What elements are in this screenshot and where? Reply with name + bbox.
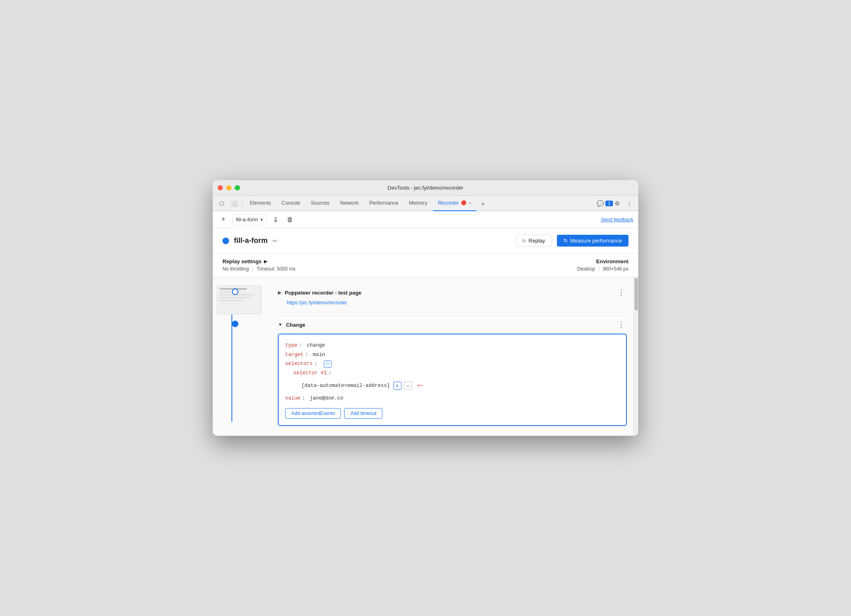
- tab-performance[interactable]: Performance: [364, 196, 404, 211]
- step-navigate-header: ▶ Puppeteer recorder - test page ⋮: [278, 287, 627, 298]
- scrollbar-thumb[interactable]: [635, 278, 638, 310]
- maximize-button[interactable]: [235, 185, 240, 190]
- code-line-target: target : main: [285, 350, 620, 360]
- thumbnail-area: [213, 282, 278, 430]
- red-arrow-indicator: ←: [418, 378, 423, 394]
- settings-detail: No throttling | Timeout: 5000 ms: [223, 266, 295, 272]
- main-content: fill-a-form ✏ ▷ Replay ↻ Measure perform…: [213, 228, 638, 435]
- export-button[interactable]: ⇓: [270, 214, 281, 225]
- selector-picker-icon[interactable]: ⬡: [324, 360, 332, 368]
- devtools-more-icon[interactable]: ⋮: [624, 198, 635, 209]
- step-navigate-more-button[interactable]: ⋮: [615, 287, 627, 298]
- recording-header: fill-a-form ✏ ▷ Replay ↻ Measure perform…: [213, 228, 638, 253]
- step-navigate: ▶ Puppeteer recorder - test page ⋮ https…: [278, 282, 627, 310]
- inspect-icon[interactable]: ⬡: [216, 198, 227, 209]
- step-change: ▼ Change ⋮ type : change: [278, 314, 627, 430]
- replay-button[interactable]: ▷ Replay: [516, 235, 552, 247]
- code-line-selector-num: selector #1 :: [293, 369, 620, 378]
- selector-add-button[interactable]: +: [393, 382, 401, 390]
- steps-container: ▶ Puppeteer recorder - test page ⋮ https…: [213, 282, 633, 430]
- edit-recording-icon[interactable]: ✏: [273, 238, 277, 244]
- environment-title: Environment: [577, 258, 628, 264]
- step-change-expand-icon[interactable]: ▼: [278, 322, 283, 328]
- tab-recorder[interactable]: Recorder 🔴 ×: [433, 196, 476, 211]
- tab-elements[interactable]: Elements: [245, 196, 276, 211]
- code-line-type: type : change: [285, 341, 620, 350]
- header-actions: ▷ Replay ↻ Measure performance: [516, 235, 628, 247]
- step-navigate-expand-icon[interactable]: ▶: [278, 290, 281, 295]
- step-navigate-url[interactable]: https://jec.fyi/demo/recorder: [287, 300, 627, 306]
- step-divider: [278, 312, 627, 312]
- window-title: DevTools - jec.fyi/demo/recorder: [388, 185, 463, 191]
- tab-sources[interactable]: Sources: [306, 196, 334, 211]
- replay-settings: Replay settings ▶ No throttling | Timeou…: [223, 258, 295, 272]
- steps-list: ▶ Puppeteer recorder - test page ⋮ https…: [278, 282, 633, 430]
- step-action-buttons: Add assertedEvents Add timeout: [285, 408, 620, 419]
- tab-console[interactable]: Console: [277, 196, 305, 211]
- step-navigate-title-row: ▶ Puppeteer recorder - test page: [278, 290, 362, 296]
- recording-name-label: fill-a-form: [234, 236, 268, 245]
- replay-settings-title[interactable]: Replay settings ▶: [223, 258, 295, 264]
- recording-selector[interactable]: fill-a-form ▾: [232, 214, 266, 225]
- code-line-selector-val: [data-automate=email-address] + − ←: [301, 378, 620, 394]
- add-timeout-button[interactable]: Add timeout: [344, 408, 382, 419]
- titlebar: DevTools - jec.fyi/demo/recorder: [213, 180, 638, 196]
- tab-network[interactable]: Network: [335, 196, 364, 211]
- scrollbar-track: [633, 277, 638, 435]
- step-change-more-button[interactable]: ⋮: [615, 319, 627, 330]
- step-change-title: Change: [286, 322, 305, 328]
- replay-play-icon: ▷: [523, 238, 526, 243]
- recorder-tab-close[interactable]: ×: [469, 201, 471, 205]
- send-feedback-link[interactable]: Send feedback: [601, 217, 633, 223]
- settings-icon[interactable]: ⚙: [611, 198, 623, 209]
- settings-bar: Replay settings ▶ No throttling | Timeou…: [213, 253, 638, 277]
- tab-memory[interactable]: Memory: [404, 196, 432, 211]
- step-change-header: ▼ Change ⋮: [278, 319, 627, 330]
- environment-detail: Desktop | 960×546 px: [577, 266, 628, 272]
- code-line-value: value : jane@doe.co: [285, 394, 620, 403]
- step-navigate-title: Puppeteer recorder - test page: [285, 290, 362, 296]
- add-recording-button[interactable]: +: [218, 214, 229, 225]
- delete-button[interactable]: 🗑: [284, 214, 296, 225]
- traffic-lights: [218, 185, 240, 190]
- device-icon[interactable]: ⬜: [228, 198, 240, 209]
- minimize-button[interactable]: [226, 185, 231, 190]
- devtools-window: DevTools - jec.fyi/demo/recorder ⬡ ⬜ Ele…: [213, 180, 638, 435]
- tab-separator: [242, 200, 242, 207]
- more-tabs-icon[interactable]: »: [477, 198, 489, 209]
- selector-remove-button[interactable]: −: [404, 382, 412, 390]
- change-code-block: type : change target : main: [278, 334, 627, 426]
- recording-status-dot: [223, 238, 229, 244]
- measure-performance-button[interactable]: ↻ Measure performance: [557, 235, 628, 247]
- steps-scroll-area: ▶ Puppeteer recorder - test page ⋮ https…: [213, 277, 638, 435]
- code-line-selectors: selectors : ⬡: [285, 359, 620, 369]
- recording-title: fill-a-form ✏: [223, 236, 277, 245]
- step-change-title-row: ▼ Change: [278, 322, 305, 328]
- measure-icon: ↻: [563, 238, 568, 244]
- close-button[interactable]: [218, 185, 223, 190]
- page-thumbnail: [217, 285, 262, 315]
- recorder-toolbar: + fill-a-form ▾ ⇓ 🗑 Send feedback: [213, 211, 638, 228]
- environment-settings: Environment Desktop | 960×546 px: [577, 258, 628, 272]
- add-asserted-events-button[interactable]: Add assertedEvents: [285, 408, 341, 419]
- devtools-tabs: ⬡ ⬜ Elements Console Sources Network Per…: [213, 196, 638, 211]
- chat-button[interactable]: 💬1: [599, 198, 611, 209]
